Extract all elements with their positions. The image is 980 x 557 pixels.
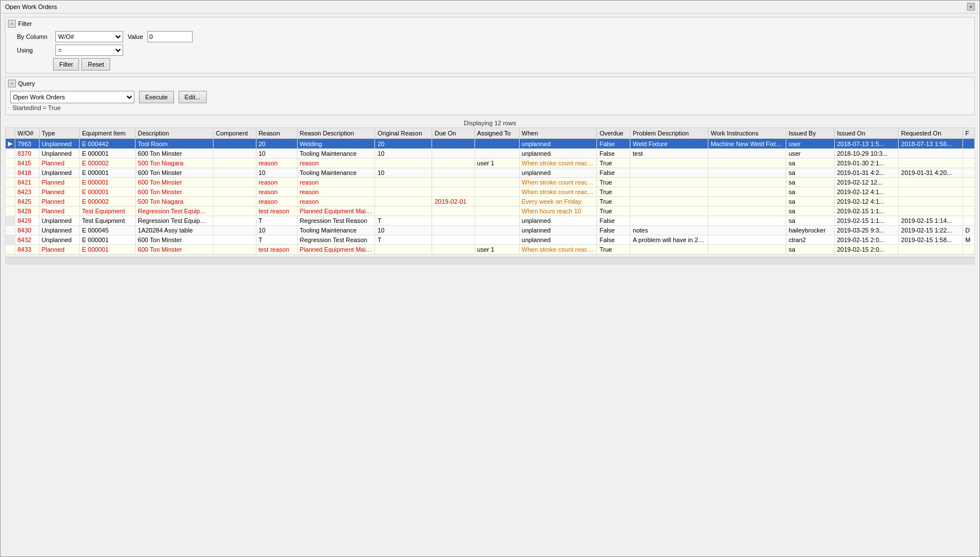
cell-type: Planned: [39, 197, 80, 207]
cell-reason-desc: Welding: [297, 139, 375, 149]
close-button[interactable]: ×: [967, 3, 975, 11]
cell-when: unplanned: [519, 216, 597, 226]
cell-issued-by: sa: [786, 168, 835, 178]
col-type[interactable]: Type: [39, 128, 80, 139]
cell-component: [213, 235, 256, 245]
cell-f: [963, 197, 975, 207]
col-component[interactable]: Component: [213, 128, 256, 139]
cell-problem-desc: [630, 207, 708, 216]
row-arrow-indicator: [6, 178, 15, 187]
cell-assigned-to: user 1: [474, 245, 519, 255]
cell-component: [213, 245, 256, 255]
cell-issued-on: 2018-10-29 10:3...: [834, 149, 899, 159]
cell-description: 600 Ton Minster: [136, 149, 214, 159]
cell-issued-on: 2019-01-30 2:1...: [834, 159, 899, 168]
cell-issued-by: sa: [786, 178, 835, 187]
col-original-reason[interactable]: Original Reason: [375, 128, 432, 139]
cell-issued-on: 2019-03-25 9:3...: [834, 226, 899, 235]
col-overdue[interactable]: Overdue: [597, 128, 630, 139]
value-label: Value: [128, 33, 143, 40]
col-issued-by[interactable]: Issued By: [786, 128, 835, 139]
cell-issued-on: 2019-02-15 1:1...: [834, 207, 899, 216]
row-arrow-indicator: [6, 216, 15, 226]
cell-due-on: [432, 226, 474, 235]
col-wo[interactable]: W/O#: [15, 128, 40, 139]
cell-wo: 8425: [15, 197, 40, 207]
cell-reason-desc: reason: [297, 197, 375, 207]
cell-wo: 8429: [15, 216, 40, 226]
table-row[interactable]: 8421PlannedE 000001600 Ton Minsterreason…: [6, 178, 975, 187]
cell-description: 500 Ton Niagara: [136, 197, 214, 207]
cell-f: D: [963, 226, 975, 235]
cell-issued-on: 2018-07-13 1:5...: [834, 139, 899, 149]
table-row[interactable]: 8370UnplannedE 000001600 Ton Minster10To…: [6, 149, 975, 159]
cell-component: [213, 168, 256, 178]
cell-type: Unplanned: [39, 216, 80, 226]
table-row[interactable]: 8423PlannedE 000001600 Ton Minsterreason…: [6, 187, 975, 197]
col-assigned-to[interactable]: Assigned To: [474, 128, 519, 139]
filter-collapse-btn[interactable]: −: [8, 20, 16, 28]
row-arrow-indicator: [6, 235, 15, 245]
cell-type: Planned: [39, 159, 80, 168]
cell-reason: reason: [256, 197, 297, 207]
col-due-on[interactable]: Due On: [432, 128, 474, 139]
cell-problem-desc: [630, 245, 708, 255]
using-select[interactable]: = < > <= >= !=: [55, 45, 123, 56]
cell-requested-on: [899, 187, 963, 197]
col-reason-desc[interactable]: Reason Description: [297, 128, 375, 139]
cell-issued-on: 2019-02-12 4:1...: [834, 187, 899, 197]
cell-problem-desc: [630, 159, 708, 168]
cell-wo: 8428: [15, 207, 40, 216]
edit-button[interactable]: Edit...: [178, 91, 207, 103]
table-row[interactable]: 8425PlannedE 000002500 Ton Niagarareason…: [6, 197, 975, 207]
col-f[interactable]: F: [963, 128, 975, 139]
cell-reason: 10: [256, 226, 297, 235]
cell-original-reason: [375, 178, 432, 187]
cell-original-reason: [375, 159, 432, 168]
cell-work-instructions: [708, 245, 786, 255]
cell-f: [963, 207, 975, 216]
col-work-instructions[interactable]: Work Instructions: [708, 128, 786, 139]
value-input[interactable]: [147, 31, 193, 42]
table-row[interactable]: 8418UnplannedE 000001600 Ton Minster10To…: [6, 168, 975, 178]
cell-work-instructions: Machine New Weld Fixture: [708, 139, 786, 149]
col-description[interactable]: Description: [136, 128, 214, 139]
cell-type: Unplanned: [39, 139, 80, 149]
by-column-select[interactable]: W/O# Type Equipment Item Description Rea…: [55, 31, 123, 42]
table-row[interactable]: 8430UnplannedE 0000451A20284 Assy table1…: [6, 226, 975, 235]
execute-button[interactable]: Execute: [139, 91, 174, 103]
table-row[interactable]: ▶7963UnplannedE 000442Tool Room20Welding…: [6, 139, 975, 149]
table-row[interactable]: 8428PlannedTest EquipmentRegression Test…: [6, 207, 975, 216]
query-select[interactable]: Open Work Orders All Work Orders Planned…: [10, 91, 134, 103]
cell-description: 600 Ton Minster: [136, 245, 214, 255]
filter-button[interactable]: Filter: [53, 58, 79, 71]
row-arrow-indicator: [6, 168, 15, 178]
col-requested-on[interactable]: Requested On: [899, 128, 963, 139]
horizontal-scrollbar[interactable]: [5, 257, 975, 265]
work-orders-table: W/O# Type Equipment Item Description Com…: [5, 128, 975, 255]
col-problem-desc[interactable]: Problem Description: [630, 128, 708, 139]
cell-when: unplanned: [519, 235, 597, 245]
reset-button[interactable]: Reset: [81, 58, 110, 71]
cell-assigned-to: [474, 235, 519, 245]
by-column-label: By Column: [17, 33, 51, 40]
cell-issued-by: sa: [786, 159, 835, 168]
cell-work-instructions: [708, 178, 786, 187]
cell-overdue: True: [597, 159, 630, 168]
col-issued-on[interactable]: Issued On: [834, 128, 899, 139]
table-row[interactable]: 8415PlannedE 000002500 Ton Niagarareason…: [6, 159, 975, 168]
cell-equipment: E 000045: [80, 226, 136, 235]
col-reason[interactable]: Reason: [256, 128, 297, 139]
cell-reason: 10: [256, 168, 297, 178]
col-equipment[interactable]: Equipment Item: [80, 128, 136, 139]
cell-reason-desc: reason: [297, 187, 375, 197]
table-row[interactable]: 8429UnplannedTest EquipmentRegression Te…: [6, 216, 975, 226]
table-row[interactable]: 8432UnplannedE 000001600 Ton MinsterTReg…: [6, 235, 975, 245]
cell-issued-on: 2019-02-15 2:0...: [834, 245, 899, 255]
query-collapse-btn[interactable]: −: [8, 80, 16, 87]
table-container[interactable]: W/O# Type Equipment Item Description Com…: [5, 128, 975, 255]
cell-requested-on: 2018-07-13 1:56...: [899, 139, 963, 149]
table-row[interactable]: 8433PlannedE 000001600 Ton Minstertest r…: [6, 245, 975, 255]
col-when[interactable]: When: [519, 128, 597, 139]
row-arrow-indicator: [6, 245, 15, 255]
